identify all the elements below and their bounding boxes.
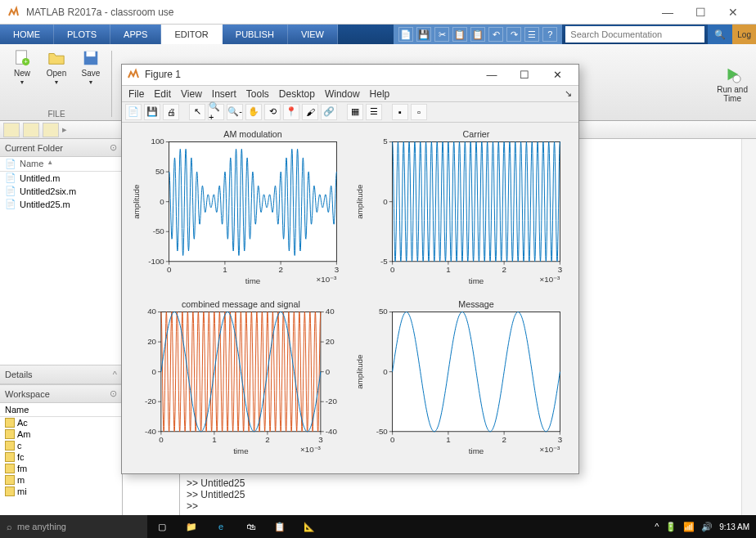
qat-cut-icon[interactable]: ✂: [434, 27, 449, 42]
new-figure-icon[interactable]: 📄: [125, 104, 142, 120]
svg-text:Carrier: Carrier: [463, 128, 490, 138]
tray-wifi-icon[interactable]: 📶: [683, 522, 695, 532]
login-button[interactable]: Log: [732, 25, 756, 44]
legend-icon[interactable]: ☰: [366, 104, 382, 120]
workspace-var[interactable]: c: [0, 440, 122, 451]
qat-paste-icon[interactable]: 📋: [470, 27, 485, 42]
menu-insert[interactable]: Insert: [212, 88, 236, 100]
zoom-in-icon[interactable]: 🔍+: [208, 104, 224, 120]
brush-icon[interactable]: 🖌: [302, 104, 318, 120]
menu-dock-icon[interactable]: ↘: [565, 88, 572, 99]
menu-tools[interactable]: Tools: [246, 88, 269, 100]
qat-undo-icon[interactable]: ↶: [488, 27, 503, 42]
taskbar-clock[interactable]: 9:13 AM: [719, 522, 749, 531]
save-figure-icon[interactable]: 💾: [144, 104, 160, 120]
subplot-carrier[interactable]: Carrier-5050123×10⁻³timeamplitude: [349, 126, 572, 297]
svg-text:20: 20: [147, 337, 156, 346]
taskbar-app-icon[interactable]: 📋: [265, 515, 295, 538]
print-icon[interactable]: 🖨: [163, 104, 179, 120]
matlab-taskbar-icon[interactable]: 📐: [295, 515, 324, 538]
file-item[interactable]: 📄Untitled25.m: [0, 198, 122, 211]
search-input[interactable]: [565, 26, 704, 43]
menu-window[interactable]: Window: [325, 88, 360, 100]
hide-plot-tools-icon[interactable]: ▪: [392, 104, 408, 120]
figure-window[interactable]: Figure 1 — ☐ ✕ File Edit View Insert Too…: [121, 64, 579, 474]
current-folder-header[interactable]: Current Folder⊙: [0, 139, 122, 157]
tray-volume-icon[interactable]: 🔊: [701, 522, 713, 532]
workspace-header[interactable]: Workspace⊙: [0, 385, 122, 403]
workspace-var[interactable]: m: [0, 474, 122, 486]
store-icon[interactable]: 🛍: [236, 515, 265, 538]
panel-collapse-icon[interactable]: ⊙: [110, 142, 117, 153]
command-window[interactable]: >> Untitled25 >> Untitled25 >>: [180, 474, 741, 515]
tray-battery-icon[interactable]: 🔋: [665, 522, 677, 532]
file-item[interactable]: 📄Untitled.m: [0, 172, 122, 185]
tab-home[interactable]: HOME: [0, 25, 54, 44]
tab-publish[interactable]: PUBLISH: [223, 25, 288, 44]
system-tray[interactable]: ^ 🔋 📶 🔊 9:13 AM: [648, 522, 756, 532]
datatip-icon[interactable]: 📍: [283, 104, 299, 120]
maximize-button[interactable]: ☐: [684, 1, 717, 24]
workspace-var[interactable]: fc: [0, 451, 122, 463]
workspace-var[interactable]: mi: [0, 486, 122, 497]
workspace-var[interactable]: Ac: [0, 417, 122, 428]
open-button[interactable]: Open▼: [41, 47, 72, 87]
subplot-message[interactable]: Message-500500123×10⁻³timeamplitude: [349, 296, 572, 467]
rotate-icon[interactable]: ⟲: [264, 104, 281, 120]
svg-text:0: 0: [326, 367, 331, 376]
zoom-out-icon[interactable]: 🔍-: [227, 104, 243, 120]
menu-file[interactable]: File: [128, 88, 144, 100]
cortana-search[interactable]: ⌕me anything: [0, 515, 147, 538]
tab-view[interactable]: VIEW: [288, 25, 338, 44]
svg-text:Message: Message: [458, 299, 494, 309]
svg-text:0: 0: [383, 367, 388, 376]
file-item[interactable]: 📄Untitled2six.m: [0, 185, 122, 198]
new-button[interactable]: + New▼: [7, 47, 38, 87]
matlab-icon: [7, 6, 20, 19]
edge-icon[interactable]: e: [206, 515, 236, 538]
save-button[interactable]: Save▼: [75, 47, 106, 87]
tab-plots[interactable]: PLOTS: [54, 25, 110, 44]
details-header[interactable]: Details^: [0, 365, 122, 384]
menu-help[interactable]: Help: [370, 88, 390, 100]
svg-text:time: time: [469, 446, 484, 455]
pan-icon[interactable]: ✋: [245, 104, 262, 120]
minimize-button[interactable]: —: [651, 1, 684, 24]
workspace-var[interactable]: Am: [0, 428, 122, 440]
qat-copy-icon[interactable]: 📋: [452, 27, 467, 42]
task-view-icon[interactable]: ▢: [147, 515, 177, 538]
subplot-combined[interactable]: combined message and signal-40-2002040-4…: [125, 296, 349, 467]
svg-text:1: 1: [212, 436, 216, 445]
figure-minimize-button[interactable]: —: [475, 65, 508, 84]
menu-edit[interactable]: Edit: [154, 88, 171, 100]
up-folder-button[interactable]: [43, 123, 59, 137]
menu-view[interactable]: View: [181, 88, 202, 100]
search-button[interactable]: 🔍: [708, 25, 732, 44]
current-folder-list[interactable]: 📄Name▲ 📄Untitled.m 📄Untitled2six.m 📄Unti…: [0, 157, 122, 365]
workspace-table[interactable]: Name Ac Am c fc fm m mi: [0, 403, 122, 515]
qat-icon[interactable]: 📄: [398, 27, 413, 42]
menu-desktop[interactable]: Desktop: [279, 88, 315, 100]
pointer-icon[interactable]: ↖: [189, 104, 205, 120]
qat-icon[interactable]: ☰: [524, 27, 539, 42]
qat-save-icon[interactable]: 💾: [416, 27, 431, 42]
colorbar-icon[interactable]: ▦: [347, 104, 363, 120]
figure-titlebar[interactable]: Figure 1 — ☐ ✕: [122, 65, 578, 86]
back-button[interactable]: [3, 123, 20, 137]
qat-help-icon[interactable]: ?: [542, 27, 557, 42]
figure-close-button[interactable]: ✕: [541, 65, 574, 84]
tray-chevron-icon[interactable]: ^: [655, 522, 659, 531]
windows-taskbar[interactable]: ⌕me anything ▢ 📁 e 🛍 📋 📐 ^ 🔋 📶 🔊 9:13 AM: [0, 515, 756, 538]
close-button[interactable]: ✕: [717, 1, 749, 24]
file-explorer-icon[interactable]: 📁: [177, 515, 206, 538]
workspace-var[interactable]: fm: [0, 463, 122, 474]
fwd-button[interactable]: [23, 123, 39, 137]
qat-redo-icon[interactable]: ↷: [506, 27, 521, 42]
link-icon[interactable]: 🔗: [321, 104, 337, 120]
run-and-time-button[interactable]: Run and Time: [712, 47, 753, 120]
tab-editor[interactable]: EDITOR: [161, 25, 222, 44]
subplot-am-modulation[interactable]: AM modulation-100-500501000123×10⁻³timea…: [125, 126, 349, 297]
figure-maximize-button[interactable]: ☐: [508, 65, 541, 84]
show-plot-tools-icon[interactable]: ▫: [411, 104, 427, 120]
tab-apps[interactable]: APPS: [110, 25, 161, 44]
